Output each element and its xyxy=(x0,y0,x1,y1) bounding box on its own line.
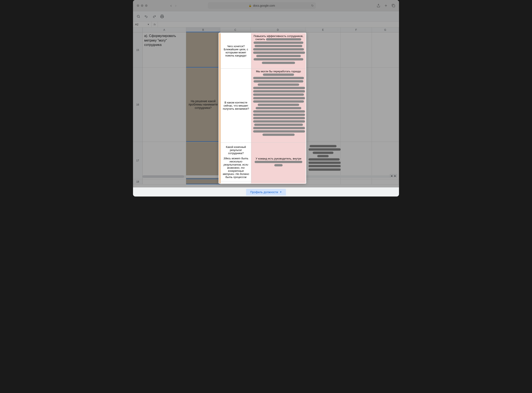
row-header[interactable]: 18 xyxy=(133,179,143,184)
cell-reference: A2 xyxy=(135,23,138,26)
address-bar[interactable]: 🔒 docs.google.com ↻ xyxy=(208,2,316,9)
sheet-tabs-bar: Профиль должности ▼ xyxy=(133,187,399,196)
undo-icon[interactable] xyxy=(144,14,148,19)
close-window-icon[interactable] xyxy=(137,4,139,7)
tabs-icon[interactable] xyxy=(392,4,395,7)
cell[interactable] xyxy=(372,142,399,179)
column-header[interactable]: E xyxy=(305,27,341,32)
lock-icon: 🔒 xyxy=(249,4,252,7)
select-all-corner[interactable] xyxy=(133,27,143,32)
sheet-tab-active[interactable]: Профиль должности ▼ xyxy=(246,189,286,196)
cell[interactable] xyxy=(341,142,372,179)
column-header[interactable]: D xyxy=(250,27,305,32)
cell[interactable] xyxy=(305,179,341,184)
svg-line-4 xyxy=(139,17,140,18)
cell-text: В каком контексте сейчас, что мешает пол… xyxy=(222,101,249,110)
name-box-dropdown-icon[interactable]: ▼ xyxy=(147,23,149,25)
sheet-tab-label: Профиль должности xyxy=(250,191,278,194)
sheets-toolbar xyxy=(133,11,399,22)
forward-button[interactable]: › xyxy=(175,3,177,8)
cell-text: Чего хочется? Ближайшие цели, с которыми… xyxy=(222,45,249,57)
scrollbar-thumb[interactable] xyxy=(143,175,184,178)
cell[interactable] xyxy=(372,32,399,68)
cell[interactable] xyxy=(186,179,220,184)
browser-titlebar: ‹ › 🔒 docs.google.com ↻ xyxy=(133,0,399,11)
cell[interactable] xyxy=(186,142,220,179)
new-tab-icon[interactable] xyxy=(384,4,388,7)
minimize-window-icon[interactable] xyxy=(141,4,143,7)
cell[interactable] xyxy=(305,68,341,142)
print-icon[interactable] xyxy=(160,14,164,19)
cell[interactable] xyxy=(143,68,186,142)
cell[interactable]: У команд есть руководитель, внутри xyxy=(251,143,306,181)
cell[interactable] xyxy=(341,68,372,142)
cell-text: Какой конечный результат сотрудника? xyxy=(222,145,249,155)
cell[interactable] xyxy=(143,179,186,184)
svg-point-3 xyxy=(137,15,139,17)
window-controls[interactable] xyxy=(137,4,148,7)
cell[interactable] xyxy=(372,179,399,184)
cell[interactable] xyxy=(305,142,341,179)
column-header[interactable]: G xyxy=(372,27,399,32)
name-box[interactable]: A2 ▼ xyxy=(133,22,152,27)
share-icon[interactable] xyxy=(377,4,380,7)
cell[interactable] xyxy=(143,142,186,179)
column-header[interactable]: A xyxy=(143,27,186,32)
cell[interactable] xyxy=(186,32,220,68)
refresh-icon[interactable]: ↻ xyxy=(311,4,314,7)
cell[interactable]: В каком контексте сейчас, что мешает пол… xyxy=(221,69,251,142)
formula-bar: A2 ▼ fx xyxy=(133,22,399,27)
url-text: docs.google.com xyxy=(253,4,275,7)
cell-text-italic: Здесь может быть несколько результатов, … xyxy=(222,157,249,179)
redo-icon[interactable] xyxy=(152,14,156,19)
column-header[interactable]: C xyxy=(220,27,250,32)
chevron-down-icon[interactable]: ▼ xyxy=(280,191,282,193)
scroll-right-icon[interactable]: ▶ xyxy=(394,174,397,177)
svg-rect-5 xyxy=(161,17,163,18)
row-header[interactable]: 15 xyxy=(133,32,143,68)
fx-icon: fx xyxy=(152,22,158,27)
cell[interactable] xyxy=(305,32,341,68)
column-header[interactable]: F xyxy=(341,27,372,32)
search-icon[interactable] xyxy=(136,14,140,19)
svg-rect-2 xyxy=(393,5,395,7)
row-header[interactable]: 16 xyxy=(133,68,143,142)
cell[interactable]: Чего хочется? Ближайшие цели, с которыми… xyxy=(221,33,251,68)
cell-text: У команд есть руководитель, внутри xyxy=(256,157,301,160)
cell-text: На решение какой проблемы нанимаете сотр… xyxy=(188,99,219,109)
cell[interactable]: Мы могли бы переработать гораздо xyxy=(251,69,306,142)
cell[interactable]: a). Сформулировать метрику "могу" сотруд… xyxy=(143,32,186,68)
row-header[interactable]: 17 xyxy=(133,142,143,179)
back-button[interactable]: ‹ xyxy=(170,3,172,8)
column-header[interactable]: B xyxy=(186,27,220,32)
cell[interactable]: Повысить эффективность сотрудников, сниз… xyxy=(251,33,306,68)
cell[interactable] xyxy=(341,32,372,68)
cell[interactable]: На решение какой проблемы нанимаете сотр… xyxy=(186,68,220,142)
cell-text: Мы могли бы переработать гораздо xyxy=(256,70,301,73)
cell-text: a). Сформулировать метрику "могу" сотруд… xyxy=(144,34,176,47)
scroll-left-icon[interactable]: ◀ xyxy=(390,174,393,177)
cell[interactable] xyxy=(372,68,399,142)
cell[interactable] xyxy=(341,179,372,184)
maximize-window-icon[interactable] xyxy=(145,4,148,7)
cell[interactable]: Какой конечный результат сотрудника? Зде… xyxy=(221,143,251,181)
